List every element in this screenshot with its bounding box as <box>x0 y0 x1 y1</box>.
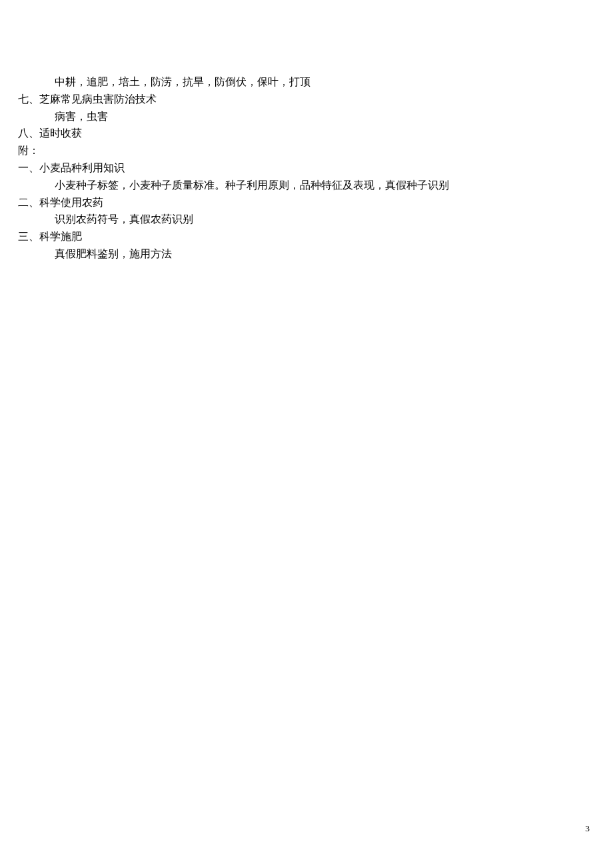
content-line: 识别农药符号，真假农药识别 <box>18 211 560 228</box>
section-heading: 三、科学施肥 <box>18 229 560 245</box>
section-heading: 一、小麦品种利用知识 <box>18 160 560 177</box>
content-line: 真假肥料鉴别，施用方法 <box>18 246 560 263</box>
content-line: 小麦种子标签，小麦种子质量标准。种子利用原则，品种特征及表现，真假种子识别 <box>18 177 560 194</box>
document-content: 中耕，追肥，培土，防涝，抗旱，防倒伏，保叶，打顶 七、芝麻常见病虫害防治技术 病… <box>0 0 613 263</box>
section-heading: 二、科学使用农药 <box>18 195 560 211</box>
section-heading: 八、适时收获 <box>18 125 560 142</box>
page-number: 3 <box>585 821 590 836</box>
section-heading: 附： <box>18 143 560 159</box>
section-heading: 七、芝麻常见病虫害防治技术 <box>18 91 560 108</box>
content-line: 中耕，追肥，培土，防涝，抗旱，防倒伏，保叶，打顶 <box>18 74 560 91</box>
content-line: 病害，虫害 <box>18 109 560 125</box>
